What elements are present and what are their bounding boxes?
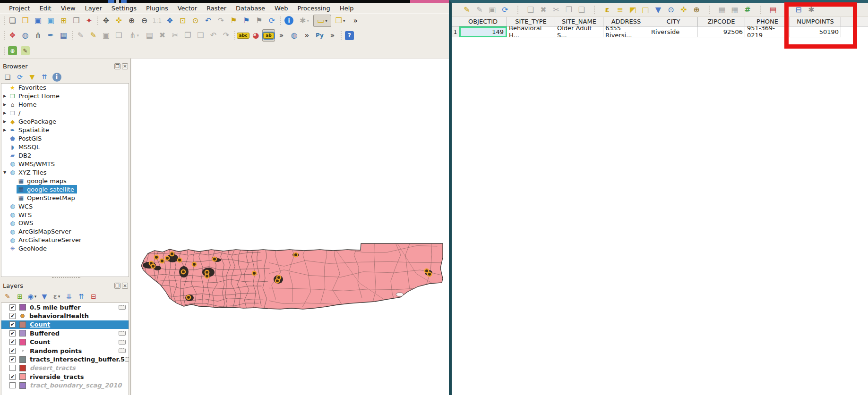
- osm-edit-icon[interactable]: ✎: [19, 45, 32, 57]
- open-layer-styling-icon[interactable]: ✎: [2, 291, 13, 302]
- browser-item[interactable]: ★ Favorites: [1, 84, 129, 92]
- browser-item[interactable]: ▦ OpenStreetMap: [1, 193, 129, 202]
- field-calculator-icon[interactable]: #: [741, 4, 754, 16]
- browser-item[interactable]: ▶ ⌂ Home: [1, 101, 129, 109]
- layer-row[interactable]: ✔ Random points: [1, 346, 129, 355]
- select-all-icon[interactable]: ≡: [614, 4, 626, 16]
- add-vector-layer-icon[interactable]: ⋔: [32, 29, 44, 42]
- pan-to-selection-icon[interactable]: ✜: [112, 15, 125, 27]
- zoom-to-selection-icon[interactable]: ⊙: [189, 15, 202, 27]
- layer-checkbox[interactable]: ✔: [9, 348, 16, 354]
- panel-splitter[interactable]: [52, 277, 80, 278]
- menu-item[interactable]: Database: [232, 4, 269, 13]
- browser-item[interactable]: ▦ google satellite: [1, 185, 129, 193]
- invert-selection-icon[interactable]: ◩: [627, 4, 639, 16]
- paste-features-icon[interactable]: ❑: [194, 29, 207, 42]
- map-tips-icon[interactable]: ab: [262, 29, 275, 42]
- layer-row[interactable]: ✔ 0.5 mile buffer: [1, 303, 129, 311]
- layer-checkbox[interactable]: ✔: [9, 339, 16, 345]
- zoom-next-icon[interactable]: ↷: [215, 15, 227, 27]
- show-bookmarks-icon[interactable]: ⚑: [240, 15, 253, 27]
- pan-map-icon[interactable]: ✥: [100, 15, 112, 27]
- column-header[interactable]: ZIPCODE: [698, 17, 745, 26]
- toggle-editing-icon[interactable]: ✎: [87, 29, 100, 42]
- expander-icon[interactable]: ▶: [1, 119, 8, 124]
- open-project-icon[interactable]: ❒: [19, 15, 32, 27]
- copy-icon[interactable]: ❐: [563, 4, 575, 16]
- layer-checkbox[interactable]: ✔: [9, 321, 16, 328]
- new-field-icon[interactable]: ▦: [716, 4, 728, 16]
- menu-item[interactable]: Raster: [202, 4, 231, 13]
- conditional-formatting-icon[interactable]: ▤: [767, 4, 779, 16]
- identify-features-icon[interactable]: i: [283, 15, 295, 27]
- menu-item[interactable]: Web: [270, 4, 292, 13]
- toolbar-overflow-icon[interactable]: »: [349, 15, 362, 27]
- layer-checkbox[interactable]: ✔: [9, 374, 16, 380]
- table-cell[interactable]: 149: [459, 26, 507, 37]
- expand-all-icon[interactable]: ⇊: [63, 291, 75, 302]
- refresh-map-icon[interactable]: ⟳: [266, 15, 278, 27]
- style-manager-icon[interactable]: ✦: [83, 15, 95, 27]
- expander-icon[interactable]: ▶: [1, 128, 8, 132]
- browser-item[interactable]: ◍ OWS: [1, 219, 129, 227]
- properties-info-icon[interactable]: i: [51, 72, 62, 82]
- browser-item[interactable]: ◍ WFS: [1, 210, 129, 219]
- toggle-editing-icon[interactable]: ✎: [461, 4, 473, 16]
- delete-selected-icon[interactable]: ✖: [156, 29, 169, 42]
- table-cell[interactable]: Riverside: [649, 26, 698, 37]
- layer-row[interactable]: ✔ Buffered: [1, 329, 129, 337]
- add-selected-layer-icon[interactable]: ❑: [2, 72, 13, 82]
- add-web-layer-icon[interactable]: ◍: [19, 29, 32, 42]
- zoom-in-icon[interactable]: ⊕: [125, 15, 138, 27]
- zoom-to-layer-icon[interactable]: ⊡: [176, 15, 189, 27]
- menu-item[interactable]: Project: [5, 4, 34, 13]
- layout-manager-icon[interactable]: ❐: [70, 15, 83, 27]
- layer-row[interactable]: ✔ Count: [1, 338, 129, 346]
- multiedit-icon[interactable]: ✎: [473, 4, 486, 16]
- row-number[interactable]: 1: [452, 26, 459, 37]
- zoom-native-icon[interactable]: 1:1: [151, 15, 163, 27]
- zoom-full-icon[interactable]: ❖: [163, 15, 176, 27]
- copy-features-icon[interactable]: ❐: [181, 29, 194, 42]
- layer-labeling-icon[interactable]: abc: [237, 29, 249, 42]
- layer-row[interactable]: ✔ tracts_intersecting_buffer.5: [1, 355, 129, 363]
- browser-item[interactable]: ▼ ◍ XYZ Tiles: [1, 168, 129, 176]
- metasearch-icon[interactable]: ◍: [288, 29, 301, 42]
- layer-checkbox[interactable]: [9, 365, 16, 371]
- undo-icon[interactable]: ↶: [207, 29, 220, 42]
- paste-icon[interactable]: ❑: [576, 4, 588, 16]
- add-feature-icon[interactable]: ❑: [112, 29, 125, 42]
- menu-item[interactable]: View: [57, 4, 80, 13]
- remove-layer-icon[interactable]: ⊟: [88, 291, 99, 302]
- vertex-tool-icon[interactable]: ⋔: [125, 29, 143, 42]
- browser-item[interactable]: ▶ ❒ Project Home: [1, 92, 129, 101]
- layer-row[interactable]: ✔ Count: [1, 320, 129, 329]
- menu-item[interactable]: Layer: [81, 4, 106, 13]
- column-header[interactable]: OBJECTID: [459, 17, 507, 26]
- zoom-out-icon[interactable]: ⊖: [138, 15, 151, 27]
- quickmap-search-icon[interactable]: ⊕: [6, 45, 19, 57]
- deselect-all-icon[interactable]: □: [639, 4, 652, 16]
- expander-icon[interactable]: ▼: [1, 170, 8, 175]
- column-header[interactable]: CITY: [649, 17, 698, 26]
- toolbar-overflow-icon[interactable]: »: [301, 29, 313, 42]
- float-panel-icon[interactable]: ❐: [114, 283, 120, 289]
- table-cell[interactable]: 6355 Riversi...: [603, 26, 649, 37]
- menu-item[interactable]: Processing: [293, 4, 334, 13]
- expander-icon[interactable]: ▶: [1, 111, 8, 115]
- table-cell[interactable]: Older Adult S...: [555, 26, 603, 37]
- cut-features-icon[interactable]: ✂: [169, 29, 181, 42]
- browser-item[interactable]: ▶ ✒ SpatiaLite: [1, 126, 129, 134]
- save-layer-edits-icon[interactable]: ▣: [100, 29, 112, 42]
- data-source-manager-icon[interactable]: ❖: [6, 29, 19, 42]
- pan-to-selection-icon[interactable]: ✜: [678, 4, 690, 16]
- current-edits-icon[interactable]: ✎: [74, 29, 87, 42]
- zoom-magnifier-icon[interactable]: ⊕: [690, 4, 703, 16]
- reload-table-icon[interactable]: ⟳: [499, 4, 511, 16]
- float-panel-icon[interactable]: ❐: [114, 63, 120, 69]
- python-console-icon[interactable]: Py: [313, 29, 326, 42]
- table-cell[interactable]: Behavioral H...: [507, 26, 555, 37]
- table-cell[interactable]: 951-369-0219: [745, 26, 790, 37]
- run-feature-action-icon[interactable]: ✱: [295, 15, 313, 27]
- menu-item[interactable]: Help: [335, 4, 358, 13]
